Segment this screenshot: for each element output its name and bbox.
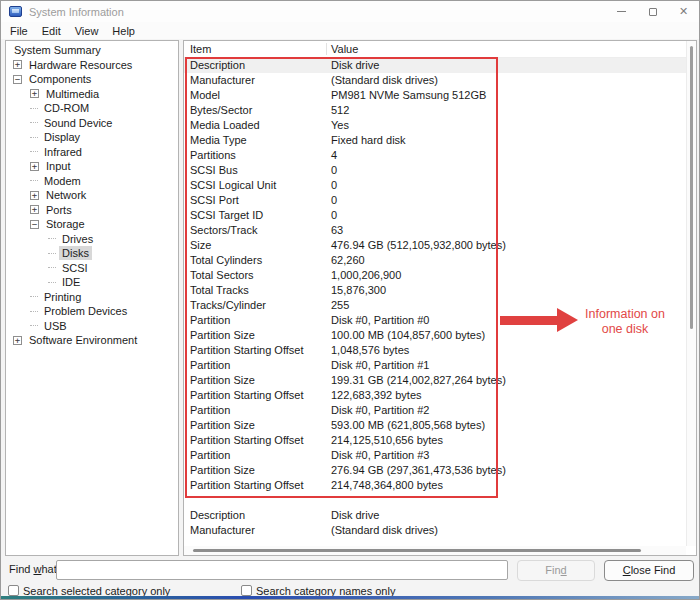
tree-item-system-summary[interactable]: System Summary <box>6 43 178 58</box>
tree-item-ports[interactable]: +Ports <box>6 203 178 218</box>
tree-item-infrared[interactable]: Infrared <box>6 145 178 160</box>
tree-connector <box>30 325 38 326</box>
table-row[interactable]: Manufacturer(Standard disk drives) <box>184 73 686 88</box>
expand-icon[interactable]: + <box>13 336 22 345</box>
table-row[interactable]: Total Tracks15,876,300 <box>184 283 686 298</box>
table-row[interactable]: Media TypeFixed hard disk <box>184 133 686 148</box>
tree-item-label: Multimedia <box>43 87 102 101</box>
search-selected-category-checkbox[interactable] <box>8 585 19 596</box>
horizontal-scrollbar[interactable] <box>184 546 686 555</box>
table-row[interactable]: Total Sectors1,000,206,900 <box>184 268 686 283</box>
menu-bar: FileEditViewHelp <box>1 22 699 39</box>
table-row[interactable]: Sectors/Track63 <box>184 223 686 238</box>
table-row[interactable]: Manufacturer(Standard disk drives) <box>184 523 686 538</box>
table-row[interactable]: Media LoadedYes <box>184 118 686 133</box>
tree-connector <box>48 267 56 268</box>
collapse-icon[interactable]: − <box>30 220 39 229</box>
tree-item-components[interactable]: −Components <box>6 72 178 87</box>
column-header-item[interactable]: Item <box>190 43 211 55</box>
table-row[interactable]: SCSI Port0 <box>184 193 686 208</box>
menu-file[interactable]: File <box>3 24 35 38</box>
tree-item-problem-devices[interactable]: Problem Devices <box>6 304 178 319</box>
table-row[interactable]: Bytes/Sector512 <box>184 103 686 118</box>
expand-icon[interactable]: + <box>30 162 39 171</box>
item-cell: Partition Size <box>190 419 255 431</box>
tree-item-multimedia[interactable]: +Multimedia <box>6 87 178 102</box>
tree-item-usb[interactable]: USB <box>6 319 178 334</box>
table-row[interactable]: Partition Starting Offset122,683,392 byt… <box>184 388 686 403</box>
tree-item-hardware-resources[interactable]: +Hardware Resources <box>6 58 178 73</box>
expand-icon[interactable]: + <box>30 89 39 98</box>
tree-item-network[interactable]: +Network <box>6 188 178 203</box>
table-row[interactable]: ModelPM981 NVMe Samsung 512GB <box>184 88 686 103</box>
item-cell: SCSI Port <box>190 194 239 206</box>
window-title: System Information <box>29 6 124 18</box>
column-divider[interactable] <box>326 43 327 55</box>
tree-connector <box>30 180 38 181</box>
menu-edit[interactable]: Edit <box>35 24 68 38</box>
tree-item-scsi[interactable]: SCSI <box>6 261 178 276</box>
search-category-names-checkbox[interactable] <box>241 585 252 596</box>
tree-item-storage[interactable]: −Storage <box>6 217 178 232</box>
expand-icon[interactable]: + <box>30 191 39 200</box>
close-button[interactable]: ✕ <box>668 1 699 22</box>
tree-item-cd-rom[interactable]: CD-ROM <box>6 101 178 116</box>
table-row[interactable]: Partition Starting Offset1,048,576 bytes <box>184 343 686 358</box>
table-row[interactable]: SCSI Logical Unit0 <box>184 178 686 193</box>
table-row[interactable]: PartitionDisk #0, Partition #3 <box>184 448 686 463</box>
tree-item-label: Software Environment <box>26 333 140 347</box>
tree-item-input[interactable]: +Input <box>6 159 178 174</box>
close-find-button[interactable]: Close Find <box>604 560 694 581</box>
item-cell: Partition <box>190 449 230 461</box>
tree-item-software-environment[interactable]: +Software Environment <box>6 333 178 348</box>
tree-item-ide[interactable]: IDE <box>6 275 178 290</box>
tree-item-disks[interactable]: Disks <box>6 246 178 261</box>
tree-item-label: Printing <box>41 290 84 304</box>
find-input[interactable] <box>56 560 508 580</box>
table-row[interactable]: PartitionDisk #0, Partition #2 <box>184 403 686 418</box>
value-cell: 214,748,364,800 bytes <box>331 479 443 491</box>
find-button[interactable]: Find <box>517 560 595 581</box>
vertical-scrollbar-thumb[interactable] <box>690 46 693 329</box>
tree-item-modem[interactable]: Modem <box>6 174 178 189</box>
item-cell: Bytes/Sector <box>190 104 252 116</box>
table-row[interactable]: Total Cylinders62,260 <box>184 253 686 268</box>
table-row[interactable]: DescriptionDisk drive <box>184 508 686 523</box>
table-row[interactable]: Partition Starting Offset214,748,364,800… <box>184 478 686 493</box>
table-row[interactable]: SCSI Target ID0 <box>184 208 686 223</box>
table-row[interactable]: Partition Size276.94 GB (297,361,473,536… <box>184 463 686 478</box>
value-cell: (Standard disk drives) <box>331 74 438 86</box>
tree-item-sound-device[interactable]: Sound Device <box>6 116 178 131</box>
table-row[interactable]: Size476.94 GB (512,105,932,800 bytes) <box>184 238 686 253</box>
menu-view[interactable]: View <box>68 24 106 38</box>
expand-icon[interactable]: + <box>13 60 22 69</box>
column-header-value[interactable]: Value <box>331 43 358 55</box>
value-cell: (Standard disk drives) <box>331 524 438 536</box>
item-cell: Description <box>190 509 245 521</box>
table-row[interactable]: Partition Starting Offset214,125,510,656… <box>184 433 686 448</box>
vertical-scrollbar[interactable] <box>686 41 696 546</box>
table-row[interactable]: DescriptionDisk drive <box>184 58 686 73</box>
tree-item-printing[interactable]: Printing <box>6 290 178 305</box>
collapse-icon[interactable]: − <box>13 75 22 84</box>
value-cell: Disk drive <box>331 59 379 71</box>
value-cell: Disk #0, Partition #3 <box>331 449 429 461</box>
tree-item-display[interactable]: Display <box>6 130 178 145</box>
maximize-button[interactable] <box>637 1 668 22</box>
minimize-button[interactable] <box>606 1 637 22</box>
item-cell: Total Tracks <box>190 284 249 296</box>
item-cell: SCSI Logical Unit <box>190 179 276 191</box>
value-cell: 214,125,510,656 bytes <box>331 434 443 446</box>
expand-icon[interactable]: + <box>30 205 39 214</box>
horizontal-scrollbar-thumb[interactable] <box>193 549 641 552</box>
table-row[interactable]: Partition Size199.31 GB (214,002,827,264… <box>184 373 686 388</box>
value-cell: 276.94 GB (297,361,473,536 bytes) <box>331 464 506 476</box>
tree-item-drives[interactable]: Drives <box>6 232 178 247</box>
app-icon <box>9 6 22 17</box>
table-row[interactable]: SCSI Bus0 <box>184 163 686 178</box>
menu-help[interactable]: Help <box>105 24 142 38</box>
table-row[interactable]: Partition Size593.00 MB (621,805,568 byt… <box>184 418 686 433</box>
table-row[interactable]: PartitionDisk #0, Partition #1 <box>184 358 686 373</box>
annotation-line-2: one disk <box>571 322 679 337</box>
table-row[interactable]: Partitions4 <box>184 148 686 163</box>
